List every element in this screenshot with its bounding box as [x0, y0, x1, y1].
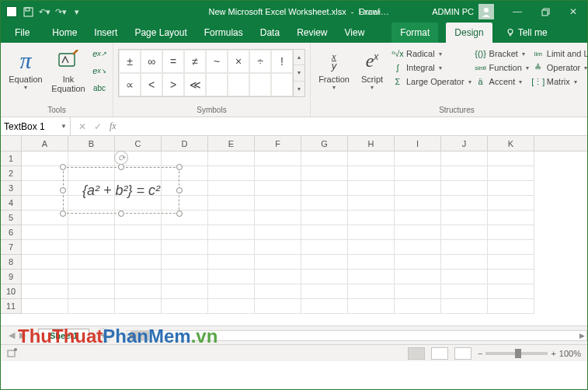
column-header[interactable]: I [395, 136, 441, 151]
resize-handle[interactable] [176, 164, 183, 170]
row-header[interactable]: 2 [1, 166, 21, 181]
resize-handle[interactable] [60, 164, 66, 170]
resize-handle[interactable] [176, 187, 183, 193]
limit-button[interactable]: limLimit and Log [532, 47, 588, 60]
rotate-handle[interactable]: ⟳ [114, 151, 128, 165]
tab-insert[interactable]: Insert [85, 23, 126, 43]
row-header[interactable]: 10 [1, 284, 21, 299]
ink-equation-button[interactable]: Ink Equation [49, 46, 88, 93]
symbol-cell[interactable]: ∝ [119, 73, 141, 96]
column-header[interactable]: A [22, 136, 68, 151]
tab-data[interactable]: Data [252, 23, 288, 43]
column-header[interactable]: D [162, 136, 208, 151]
enter-formula-icon[interactable]: ✓ [94, 121, 102, 132]
tab-view[interactable]: View [336, 23, 374, 43]
equation-button[interactable]: π Equation ▾ [5, 46, 46, 91]
operator-button[interactable]: ≜Operator▾ [532, 61, 588, 74]
column-header[interactable]: G [301, 136, 348, 151]
resize-handle[interactable] [60, 211, 66, 217]
new-sheet-button[interactable]: + [96, 328, 111, 343]
zoom-level[interactable]: 100% [559, 349, 581, 358]
name-box-dropdown-icon[interactable]: ▼ [61, 123, 67, 130]
close-icon[interactable]: ✕ [559, 1, 587, 23]
scroll-up-icon[interactable]: ▴ [294, 50, 304, 65]
symbol-cell[interactable]: ≪ [184, 73, 206, 96]
resize-handle[interactable] [60, 187, 66, 193]
name-box[interactable]: ▼ [1, 117, 71, 135]
resize-handle[interactable] [118, 164, 124, 170]
row-header[interactable]: 8 [1, 255, 21, 270]
zoom-in-icon[interactable]: + [551, 349, 555, 358]
tab-design[interactable]: Design [446, 23, 492, 43]
tab-page-layout[interactable]: Page Layout [126, 23, 195, 43]
script-button[interactable]: ex Script▾ [356, 46, 388, 91]
undo-icon[interactable]: ↶▾ [37, 4, 52, 19]
tab-home[interactable]: Home [43, 23, 85, 43]
sheet-tab[interactable]: Sheet1 [38, 329, 89, 342]
accent-button[interactable]: äAccent▾ [475, 75, 529, 88]
large-operator-button[interactable]: ΣLarge Operator▾ [391, 75, 471, 88]
symbol-gallery[interactable]: ± ∞ = ≠ ~ × ÷ ! ∝ < > ≪ [118, 49, 294, 97]
symbol-cell[interactable]: ÷ [249, 50, 271, 73]
normal-view-button[interactable] [408, 347, 425, 360]
name-box-input[interactable] [4, 121, 50, 132]
column-header[interactable]: C [115, 136, 162, 151]
symbol-cell[interactable] [228, 73, 249, 96]
symbol-cell[interactable]: = [162, 50, 184, 73]
symbol-cell[interactable]: < [141, 73, 162, 96]
column-header[interactable]: B [68, 136, 115, 151]
resize-handle[interactable] [118, 211, 124, 217]
symbol-cell[interactable]: × [228, 50, 249, 73]
row-header[interactable]: 11 [1, 299, 21, 314]
column-header[interactable]: E [208, 136, 255, 151]
account-user[interactable]: ADMIN PC [432, 4, 494, 19]
symbol-cell[interactable]: ! [271, 50, 293, 73]
fx-icon[interactable]: fx [110, 120, 117, 132]
row-header[interactable]: 6 [1, 225, 21, 240]
symbol-cell[interactable]: > [162, 73, 184, 96]
professional-button[interactable]: ex↗ [91, 46, 108, 61]
row-header[interactable]: 3 [1, 181, 21, 196]
zoom-control[interactable]: − + 100% [478, 349, 581, 358]
function-button[interactable]: sinθFunction▾ [475, 61, 529, 74]
column-header[interactable]: H [348, 136, 395, 151]
tab-review[interactable]: Review [288, 23, 336, 43]
qat-customize-icon[interactable]: ▾ [69, 4, 85, 19]
tab-format[interactable]: Format [391, 23, 438, 43]
row-header[interactable]: 4 [1, 196, 21, 211]
linear-button[interactable]: ex↘ [91, 63, 108, 78]
symbol-cell[interactable]: ≠ [184, 50, 206, 73]
select-all-corner[interactable] [1, 136, 22, 151]
restore-icon[interactable] [531, 1, 559, 23]
column-header[interactable]: J [441, 136, 488, 151]
row-header[interactable]: 1 [1, 151, 21, 166]
radical-button[interactable]: ⁿ√xRadical▾ [391, 47, 471, 60]
redo-icon[interactable]: ↷▾ [53, 4, 68, 19]
row-header[interactable]: 9 [1, 270, 21, 284]
row-header[interactable]: 5 [1, 211, 21, 225]
symbol-cell[interactable] [249, 73, 271, 96]
normal-text-button[interactable]: abc [91, 80, 108, 96]
save-icon[interactable] [20, 4, 36, 19]
sheet-nav-next-icon[interactable]: ▶ [19, 330, 26, 340]
row-header[interactable]: 7 [1, 240, 21, 255]
page-layout-view-button[interactable] [431, 347, 448, 360]
minimize-icon[interactable]: — [503, 1, 531, 23]
column-header[interactable]: F [255, 136, 301, 151]
matrix-button[interactable]: [⋮]Matrix▾ [532, 75, 588, 88]
zoom-slider[interactable] [485, 352, 548, 355]
page-break-view-button[interactable] [454, 347, 471, 360]
tab-file[interactable]: File [1, 23, 43, 43]
worksheet-area[interactable]: A B C D E F G H I J K 1 2 3 4 5 6 7 8 9 … [1, 136, 587, 326]
integral-button[interactable]: ∫Integral▾ [391, 61, 471, 74]
bracket-button[interactable]: {()}Bracket▾ [475, 47, 529, 60]
symbol-cell[interactable] [206, 73, 228, 96]
scroll-down-icon[interactable]: ▾ [294, 65, 304, 81]
symbol-cell[interactable]: ~ [206, 50, 228, 73]
sheet-nav-prev-icon[interactable]: ◀ [9, 330, 15, 340]
zoom-out-icon[interactable]: − [478, 349, 482, 358]
gallery-expand-icon[interactable]: ▾ [294, 82, 304, 96]
fraction-button[interactable]: xy Fraction▾ [315, 46, 353, 91]
tab-formulas[interactable]: Formulas [196, 23, 252, 43]
formula-input[interactable] [124, 117, 587, 135]
